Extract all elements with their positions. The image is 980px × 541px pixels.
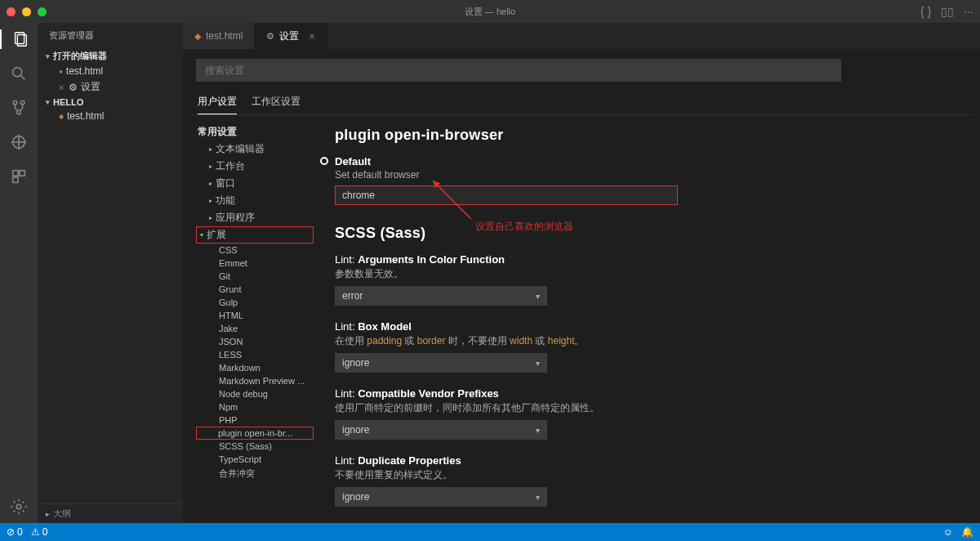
titlebar: 设置 — hello { } ▯▯ ··· [0, 0, 980, 23]
debug-icon[interactable] [9, 132, 29, 152]
editor-area: ◆test.html ⚙设置× 用户设置 工作区设置 常用设置▸文本编辑器▸工作… [183, 23, 980, 523]
notifications-icon[interactable]: 🔔 [961, 526, 973, 538]
default-browser-input[interactable] [335, 186, 678, 205]
open-editor-item[interactable]: ×⚙设置 [41, 78, 180, 96]
chevron-down-icon: ▾ [536, 359, 540, 368]
extensions-icon[interactable] [9, 167, 29, 186]
tab-workspace-settings[interactable]: 工作区设置 [252, 90, 301, 114]
split-layout-icon[interactable]: ▯▯ [941, 5, 954, 18]
section-title: SCSS (Sass) [335, 225, 949, 242]
svg-point-5 [20, 101, 24, 105]
braces-icon[interactable]: { } [920, 5, 931, 18]
setting-item: Lint: Compatible Vendor Prefixes使用厂商特定的前… [335, 387, 949, 440]
settings-tree: 常用设置▸文本编辑器▸工作台▸窗口▸功能▸应用程序▾扩展CSSEmmetGitG… [189, 115, 320, 523]
svg-rect-11 [20, 171, 24, 176]
settings-tree-item[interactable]: SCSS (Sass) [196, 440, 314, 453]
svg-point-2 [13, 68, 22, 77]
modified-indicator-icon [320, 157, 328, 165]
tabs: ◆test.html ⚙设置× [183, 23, 980, 49]
settings-tree-item[interactable]: Markdown [196, 361, 314, 374]
window-title: 设置 — hello [465, 6, 515, 18]
settings-tree-item[interactable]: HTML [196, 309, 314, 322]
open-editors-group[interactable]: ▾打开的编辑器 [41, 48, 180, 64]
file-item[interactable]: ◆test.html [41, 109, 180, 123]
annotation-arrow-icon [426, 174, 475, 223]
settings-tree-item[interactable]: Gulp [196, 296, 314, 309]
svg-point-13 [16, 504, 21, 509]
sidebar: 资源管理器 ▾打开的编辑器 ●test.html ×⚙设置 ▾HELLO ◆te… [38, 23, 183, 523]
settings-tree-item[interactable]: Grunt [196, 283, 314, 296]
settings-content: plugin open-in-browser Default Set defau… [320, 115, 973, 523]
minimize-window[interactable] [22, 7, 31, 16]
source-control-icon[interactable] [9, 98, 29, 118]
setting-select[interactable]: ignore▾ [335, 353, 547, 373]
settings-tree-item[interactable]: ▾扩展 [196, 226, 314, 244]
settings-tree-item[interactable]: Emmet [196, 257, 314, 270]
settings-tree-item[interactable]: ▸窗口 [196, 175, 314, 192]
maximize-window[interactable] [38, 7, 47, 16]
chevron-down-icon: ▾ [536, 493, 540, 502]
window-controls [7, 7, 47, 16]
settings-tree-item[interactable]: 合并冲突 [196, 466, 314, 481]
explorer-icon[interactable] [0, 29, 38, 49]
settings-tree-item[interactable]: ▸工作台 [196, 158, 314, 175]
settings-search-input[interactable] [196, 59, 841, 82]
svg-rect-12 [13, 177, 18, 182]
svg-line-14 [433, 181, 471, 219]
svg-point-4 [13, 101, 17, 105]
settings-tree-item[interactable]: Git [196, 270, 314, 283]
gear-icon[interactable] [9, 497, 29, 516]
annotation-text: 设置自己喜欢的浏览器 [475, 220, 573, 234]
close-window[interactable] [7, 7, 16, 16]
setting-item: Lint: Box Model在使用 padding 或 border 时，不要… [335, 320, 949, 373]
settings-tree-item[interactable]: PHP [196, 414, 314, 427]
errors-count[interactable]: ⊘0 [7, 526, 23, 538]
chevron-down-icon: ▾ [536, 426, 540, 435]
settings-tree-item[interactable]: ▸文本编辑器 [196, 141, 314, 158]
statusbar: ⊘0 ⚠0 ☺ 🔔 [0, 523, 980, 541]
tab-settings[interactable]: ⚙设置× [255, 23, 327, 49]
settings-tree-item[interactable]: JSON [196, 335, 314, 348]
tab-file[interactable]: ◆test.html [183, 23, 255, 49]
section-title: plugin open-in-browser [335, 127, 949, 144]
settings-tree-item[interactable]: plugin open-in-br... [196, 427, 314, 440]
settings-tree-item[interactable]: 常用设置 [196, 123, 314, 141]
title-actions: { } ▯▯ ··· [920, 5, 973, 18]
tab-user-settings[interactable]: 用户设置 [198, 90, 237, 114]
feedback-icon[interactable]: ☺ [943, 526, 953, 538]
outline-section[interactable]: ▸大纲 [38, 503, 183, 523]
settings-tree-item[interactable]: ▸功能 [196, 192, 314, 209]
setting-select[interactable]: ignore▾ [335, 420, 547, 440]
setting-select[interactable]: ignore▾ [335, 487, 547, 507]
sidebar-header: 资源管理器 [38, 23, 183, 48]
settings-tree-item[interactable]: LESS [196, 348, 314, 361]
activity-bar [0, 23, 38, 523]
search-icon[interactable] [9, 64, 29, 83]
settings-scope-tabs: 用户设置 工作区设置 [189, 90, 973, 115]
settings-tree-item[interactable]: Jake [196, 322, 314, 335]
settings-tree-item[interactable]: Node debug [196, 387, 314, 400]
setting-item: Lint: Arguments In Color Function参数数量无效。… [335, 253, 949, 306]
warnings-count[interactable]: ⚠0 [31, 526, 48, 538]
svg-rect-10 [13, 171, 18, 176]
settings-tree-item[interactable]: Markdown Preview ... [196, 374, 314, 387]
chevron-down-icon: ▾ [536, 292, 540, 301]
setting-select[interactable]: error▾ [335, 286, 547, 306]
folder-group[interactable]: ▾HELLO [41, 96, 180, 109]
settings-tree-item[interactable]: CSS [196, 244, 314, 257]
explorer-tree: ▾打开的编辑器 ●test.html ×⚙设置 ▾HELLO ◆test.htm… [38, 48, 183, 123]
open-editor-item[interactable]: ●test.html [41, 64, 180, 78]
svg-point-6 [17, 110, 21, 114]
setting-item: Lint: Duplicate Properties不要使用重复的样式定义。ig… [335, 454, 949, 507]
svg-line-3 [21, 76, 25, 80]
close-icon[interactable]: × [309, 30, 315, 42]
more-icon[interactable]: ··· [964, 5, 973, 18]
settings-tree-item[interactable]: TypeScript [196, 453, 314, 466]
settings-tree-item[interactable]: ▸应用程序 [196, 209, 314, 226]
settings-tree-item[interactable]: Npm [196, 400, 314, 414]
